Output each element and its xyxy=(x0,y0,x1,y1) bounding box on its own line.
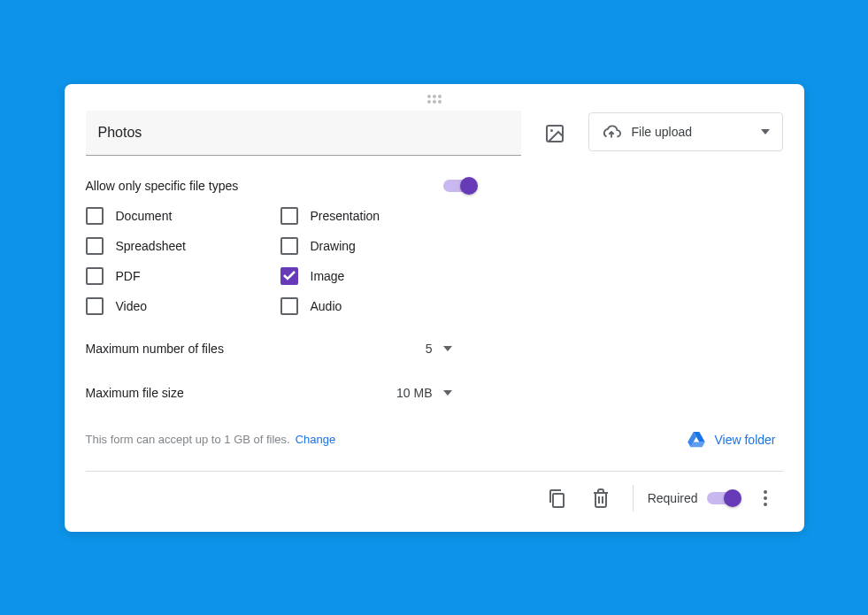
max-size-value: 10 MB xyxy=(396,386,432,400)
drive-icon xyxy=(687,432,705,448)
more-options-button[interactable] xyxy=(748,480,783,516)
filetype-label: Drawing xyxy=(311,239,356,253)
divider xyxy=(633,485,634,511)
checkbox-icon xyxy=(86,207,104,225)
capacity-change-link[interactable]: Change xyxy=(296,433,336,446)
view-folder-link[interactable]: View folder xyxy=(680,428,782,451)
filetype-label: Presentation xyxy=(311,209,380,223)
filetype-label: Document xyxy=(116,209,173,223)
checkbox-icon xyxy=(280,237,298,255)
max-files-select[interactable]: 5 xyxy=(420,338,457,359)
trash-icon xyxy=(593,488,609,508)
filetype-grid: DocumentPresentationSpreadsheetDrawingPD… xyxy=(86,207,783,315)
checkbox-icon xyxy=(86,267,104,285)
filetype-option[interactable]: Document xyxy=(86,207,272,225)
checkbox-icon xyxy=(86,237,104,255)
copy-icon xyxy=(548,488,565,508)
filetype-option[interactable]: Presentation xyxy=(280,207,466,225)
allow-specific-label: Allow only specific file types xyxy=(86,179,239,193)
filetype-option[interactable]: Spreadsheet xyxy=(86,237,272,255)
required-label: Required xyxy=(648,491,698,505)
filetype-label: Spreadsheet xyxy=(116,239,186,253)
checkbox-icon xyxy=(86,297,104,315)
svg-point-4 xyxy=(764,496,767,500)
max-files-label: Maximum number of files xyxy=(86,342,420,356)
svg-point-3 xyxy=(764,490,767,494)
more-vertical-icon xyxy=(764,490,767,506)
dropdown-arrow-icon xyxy=(761,129,770,135)
checkbox-icon xyxy=(280,267,298,285)
delete-button[interactable] xyxy=(583,480,618,516)
filetype-option[interactable]: PDF xyxy=(86,267,272,285)
svg-point-5 xyxy=(764,503,767,506)
max-size-label: Maximum file size xyxy=(86,386,392,400)
filetype-option[interactable]: Drawing xyxy=(280,237,466,255)
question-title-input[interactable] xyxy=(86,111,521,156)
svg-rect-2 xyxy=(553,494,564,507)
question-type-dropdown[interactable]: File upload xyxy=(588,112,783,151)
checkbox-icon xyxy=(280,297,298,315)
filetype-label: PDF xyxy=(116,269,141,283)
filetype-option[interactable]: Image xyxy=(280,267,466,285)
max-size-select[interactable]: 10 MB xyxy=(391,382,457,404)
cloud-upload-icon xyxy=(602,122,621,142)
dropdown-arrow-icon xyxy=(443,346,452,351)
dropdown-arrow-icon xyxy=(443,390,452,396)
question-card: File upload Allow only specific file typ… xyxy=(65,84,804,532)
filetype-label: Image xyxy=(311,269,345,283)
filetype-label: Audio xyxy=(311,299,342,313)
add-image-button[interactable] xyxy=(537,116,572,151)
drag-handle-icon[interactable] xyxy=(86,93,783,111)
filetype-option[interactable]: Video xyxy=(86,297,272,315)
image-icon xyxy=(544,123,565,144)
max-files-value: 5 xyxy=(426,342,433,356)
checkbox-icon xyxy=(280,207,298,225)
filetype-label: Video xyxy=(116,299,148,313)
question-type-label: File upload xyxy=(632,125,693,139)
required-toggle[interactable] xyxy=(707,492,739,504)
duplicate-button[interactable] xyxy=(539,480,574,516)
filetype-option[interactable]: Audio xyxy=(280,297,466,315)
view-folder-label: View folder xyxy=(714,433,775,447)
capacity-text: This form can accept up to 1 GB of files… xyxy=(86,433,290,446)
svg-point-1 xyxy=(550,129,553,132)
divider xyxy=(86,471,783,472)
allow-specific-toggle[interactable] xyxy=(443,180,475,192)
